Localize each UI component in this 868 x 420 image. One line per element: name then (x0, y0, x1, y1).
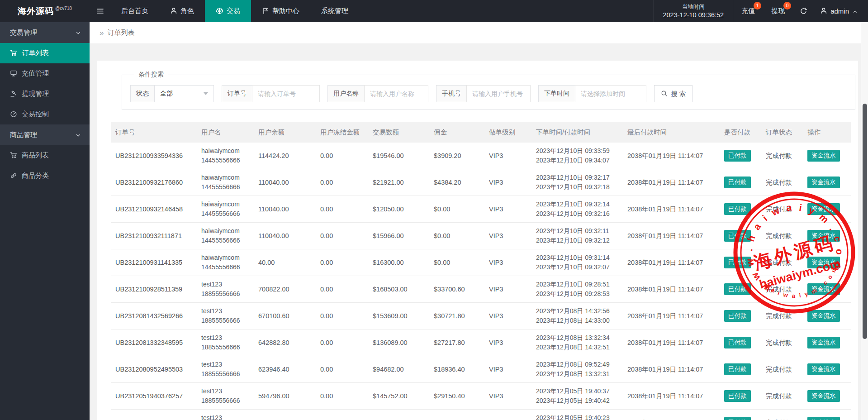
scrollbar-thumb[interactable] (863, 104, 867, 339)
search-button[interactable]: 搜 索 (654, 85, 693, 102)
sidebar-item-recharge[interactable]: 充值管理 (0, 63, 90, 84)
cell-level: VIP3 (484, 259, 531, 266)
cell-order-status: 完成付款 (761, 339, 803, 347)
sidebar-item-order-list[interactable]: 订单列表 (0, 43, 90, 63)
search-button-label: 搜 索 (671, 90, 686, 98)
admin-menu[interactable]: admin (814, 0, 868, 22)
cell-order-pay-time: 2023年12月08日 13:32:34 2023年12月08日 14:32:5… (531, 333, 623, 352)
column-header: 最后付款时间 (623, 128, 720, 137)
withdraw-button[interactable]: 提现 0 (763, 0, 793, 22)
pay-time: 2023年12月10日 09:32:07 (536, 262, 623, 272)
username-label: 用户名称 (327, 85, 364, 102)
cell-action: 资金流水 (803, 390, 851, 402)
phone-input[interactable] (466, 85, 531, 102)
column-header: 用户冻结金额 (316, 128, 368, 137)
pay-time: 2023年12月08日 14:33:00 (536, 316, 623, 325)
sidebar-group-goods[interactable]: 商品管理 (0, 124, 90, 145)
cell-frozen: 0.00 (316, 179, 368, 186)
nav-item-dashboard[interactable]: 后台首页 (110, 0, 159, 22)
cell-order-no: UB2312100932176860 (111, 179, 197, 186)
cell-level: VIP3 (484, 286, 531, 293)
scales-icon (216, 7, 223, 15)
cell-order-no: UB2312100932111871 (111, 232, 197, 239)
withdraw-label: 提现 (771, 7, 785, 15)
fund-flow-button[interactable]: 资金流水 (807, 230, 840, 242)
cell-last-pay-time: 2038年01月19日 11:14:07 (623, 205, 720, 214)
sidebar-item-label: 充值管理 (22, 69, 49, 78)
hamburger-icon[interactable] (90, 0, 110, 22)
status-select[interactable]: 全部 (154, 85, 214, 102)
cell-level: VIP3 (484, 205, 531, 213)
fund-flow-button[interactable]: 资金流水 (807, 150, 840, 162)
recharge-button[interactable]: 充值 1 (733, 0, 763, 22)
cell-last-pay-time: 2038年01月19日 11:14:07 (623, 178, 720, 187)
local-time-value: 2023-12-10 09:36:52 (663, 11, 724, 19)
cell-order-no: UB2312100928511359 (111, 286, 197, 293)
column-header: 用户名 (197, 128, 254, 137)
cell-amount: $15966.00 (368, 232, 429, 239)
user-icon (170, 7, 177, 15)
cell-amount: $153609.00 (368, 312, 429, 320)
nav-item-roles[interactable]: 角色 (159, 0, 205, 22)
user-name: test123 (201, 360, 254, 369)
pay-time: 2023年12月10日 09:32:16 (536, 209, 623, 219)
cell-paid: 已付款 (720, 310, 761, 322)
cell-order-pay-time: 2023年12月10日 09:31:14 2023年12月10日 09:32:0… (531, 253, 623, 272)
fund-flow-button[interactable]: 资金流水 (807, 337, 840, 348)
sidebar-item-trade-control[interactable]: 交易控制 (0, 104, 90, 124)
cell-commission: $33700.60 (429, 286, 484, 293)
cell-user: haiwaiymcom 14455556666 (197, 253, 254, 272)
table-row: UB2312100928511359 test123 18855556666 7… (111, 276, 851, 303)
cell-amount: $16300.00 (368, 259, 429, 266)
cell-last-pay-time: 2038年01月19日 11:14:07 (623, 232, 720, 240)
cell-balance: 114424.20 (254, 152, 316, 159)
sidebar-item-goods-list[interactable]: 商品列表 (0, 145, 90, 166)
cell-paid: 已付款 (720, 203, 761, 215)
fund-flow-button[interactable]: 资金流水 (807, 283, 840, 295)
user-phone: 18855556666 (201, 369, 254, 379)
user-name: haiwaiymcom (201, 253, 254, 262)
cell-user: haiwaiymcom 14455556666 (197, 146, 254, 165)
main-content: 条件搜索 状态 全部 订单号 用户名称 手 (90, 44, 868, 420)
user-phone: 18855556666 (201, 343, 254, 352)
order-time-input[interactable] (575, 85, 646, 102)
table-row: UB2312051940376257 test123 18855556666 5… (111, 383, 851, 410)
nav-item-label: 帮助中心 (272, 7, 299, 15)
recharge-label: 充值 (741, 7, 755, 15)
column-header: 交易数额 (368, 128, 429, 137)
refresh-icon[interactable] (793, 0, 814, 22)
user-phone: 18855556666 (201, 289, 254, 299)
cell-balance: 110040.00 (254, 179, 316, 186)
user-phone: 14455556666 (201, 156, 254, 165)
nav-item-help-center[interactable]: 帮助中心 (251, 0, 310, 22)
sidebar-item-withdraw[interactable]: 提现管理 (0, 84, 90, 104)
cell-order-status: 完成付款 (761, 285, 803, 294)
nav-item-system[interactable]: 系统管理 (310, 0, 359, 22)
sidebar-group-label: 商品管理 (10, 131, 37, 139)
user-name: test123 (201, 413, 254, 420)
cell-balance: 670100.60 (254, 312, 316, 320)
cell-balance: 40.00 (254, 259, 316, 266)
fund-flow-button[interactable]: 资金流水 (807, 203, 840, 215)
cell-commission: $29150.40 (429, 392, 484, 400)
fund-flow-button[interactable]: 资金流水 (807, 363, 840, 375)
sidebar-item-goods-category[interactable]: 商品分类 (0, 166, 90, 186)
order-no-input[interactable] (252, 85, 320, 102)
cell-action: 资金流水 (803, 337, 851, 348)
cell-order-no: UB2312081332348595 (111, 339, 197, 346)
fund-flow-button[interactable]: 资金流水 (807, 390, 840, 402)
fund-flow-button[interactable]: 资金流水 (807, 257, 840, 268)
cell-paid: 已付款 (720, 230, 761, 242)
username-input[interactable] (364, 85, 428, 102)
paid-status-badge: 已付款 (724, 203, 751, 215)
cell-paid: 已付款 (720, 283, 761, 295)
fund-flow-button[interactable]: 资金流水 (807, 177, 840, 188)
nav-item-trade[interactable]: 交易 (205, 0, 251, 22)
cell-commission: $0.00 (429, 259, 484, 266)
paid-status-badge: 已付款 (724, 337, 751, 348)
pay-time: 2023年12月05日 19:40:42 (536, 396, 623, 406)
sidebar-group-trade[interactable]: 交易管理 (0, 22, 90, 43)
fund-flow-button[interactable]: 资金流水 (807, 417, 840, 420)
cell-paid: 已付款 (720, 257, 761, 268)
fund-flow-button[interactable]: 资金流水 (807, 310, 840, 322)
